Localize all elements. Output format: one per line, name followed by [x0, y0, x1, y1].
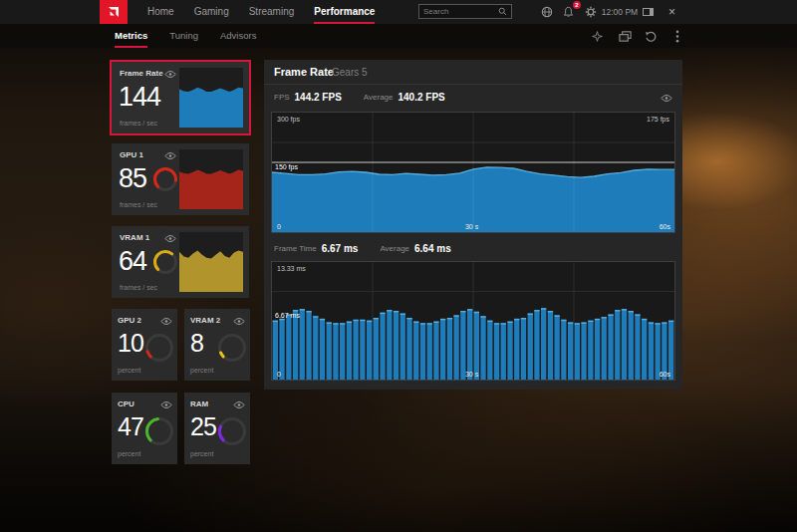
frametime-average-label: Average: [380, 237, 409, 261]
frametime-xmid-label: 30 s: [465, 371, 478, 378]
overlay-position-button[interactable]: [590, 29, 605, 44]
card-title: VRAM 1: [120, 233, 149, 242]
metric-card-ram[interactable]: RAM 25 percent: [184, 393, 250, 464]
gauge-chart: [153, 167, 177, 191]
more-options-button[interactable]: [669, 29, 684, 44]
game-selector[interactable]: Gears 5: [332, 60, 368, 85]
card-title: GPU 2: [118, 316, 141, 325]
eye-icon[interactable]: [159, 316, 172, 326]
frametime-average-value: 6.64 ms: [414, 237, 451, 261]
gauge-chart: [145, 417, 173, 445]
settings-button[interactable]: [582, 4, 599, 20]
adrenalin-window: Home Gaming Streaming Performance: [0, 0, 797, 532]
search-icon: [498, 7, 507, 16]
fps-average-value: 140.2 FPS: [398, 86, 444, 110]
panel-title: Frame Rate: [274, 60, 334, 85]
metrics-detail-panel: Frame Rate Gears 5 FPS 144.2 FPS Average…: [264, 60, 682, 390]
compass-star-icon: [591, 30, 604, 43]
overlapping-windows-icon: [619, 30, 632, 43]
metric-card-gpu1[interactable]: GPU 1 85 frames / sec: [112, 143, 249, 215]
card-title: GPU 1: [120, 150, 143, 159]
notification-badge: 2: [573, 1, 581, 9]
amd-logo-button[interactable]: [100, 0, 128, 24]
metric-card-gpu2[interactable]: GPU 2 10 percent: [112, 309, 177, 381]
frametime-chart: 13.33 ms 6.67 ms 0 30 s 60s: [271, 261, 675, 381]
eye-icon[interactable]: [163, 69, 176, 79]
fps-plot-area: [272, 113, 674, 232]
frametime-value: 6.67 ms: [322, 237, 359, 261]
globe-icon: [541, 6, 553, 18]
gauge-chart: [145, 334, 173, 362]
panel-header: Frame Rate Gears 5: [264, 60, 682, 85]
gauge-chart: [153, 250, 177, 274]
metric-card-vram1[interactable]: VRAM 1 64 frames / sec: [112, 226, 249, 298]
nav-home[interactable]: Home: [147, 0, 174, 24]
kebab-menu-icon: [675, 30, 679, 43]
metric-card-vram2[interactable]: VRAM 2 8 percent: [184, 309, 250, 381]
performance-subnav: Metrics Tuning Advisors: [0, 24, 797, 48]
tab-advisors[interactable]: Advisors: [220, 24, 256, 48]
fps-chart: 300 fps 175 fps 150 fps 0 30 s 60s: [271, 112, 675, 233]
frametime-current-label: 6.67 ms: [275, 312, 300, 319]
layout-toggle-button[interactable]: [640, 4, 657, 20]
card-value: 10: [118, 329, 143, 358]
fps-value: 144.2 FPS: [295, 86, 342, 110]
tab-tuning[interactable]: Tuning: [169, 24, 198, 48]
eye-icon[interactable]: [232, 399, 245, 409]
card-value: 64: [119, 246, 146, 277]
reset-history-icon: [645, 30, 658, 43]
fps-current-label: 150 fps: [275, 163, 298, 170]
close-button[interactable]: ×: [664, 4, 680, 20]
nav-performance[interactable]: Performance: [314, 0, 375, 24]
nav-gaming[interactable]: Gaming: [194, 0, 229, 24]
fps-ymax-label: 300 fps: [277, 116, 300, 123]
fps-refline-label: 175 fps: [647, 116, 669, 123]
card-title: RAM: [190, 399, 208, 408]
fps-xmid-label: 30 s: [465, 223, 478, 230]
fps-x0-label: 0: [277, 223, 281, 230]
gauge-chart: [218, 417, 246, 445]
fps-label: FPS: [274, 86, 290, 110]
notifications-button[interactable]: 2: [560, 4, 577, 20]
reset-button[interactable]: [644, 29, 659, 44]
frametime-plot-area: [272, 262, 674, 380]
fps-xend-label: 60s: [660, 223, 670, 230]
eye-icon[interactable]: [159, 399, 172, 409]
nav-streaming[interactable]: Streaming: [249, 0, 295, 24]
sparkline-chart: [179, 149, 243, 209]
search-input[interactable]: [423, 7, 498, 16]
metric-card-frame-rate[interactable]: Frame Rate 144 frames / sec: [112, 62, 249, 133]
eye-icon[interactable]: [660, 93, 672, 103]
metric-card-cpu[interactable]: CPU 47 percent: [112, 393, 177, 464]
frametime-x0-label: 0: [277, 371, 281, 378]
eye-icon[interactable]: [232, 316, 245, 326]
bell-icon: [563, 6, 574, 18]
titlebar: Home Gaming Streaming Performance: [0, 0, 797, 24]
search-box: [418, 4, 512, 19]
amd-arrow-icon: [106, 4, 122, 20]
frametime-ymax-label: 13.33 ms: [277, 265, 306, 272]
close-icon: ×: [668, 4, 675, 20]
card-unit: percent: [118, 450, 140, 457]
eye-icon[interactable]: [163, 233, 176, 243]
main-nav: Home Gaming Streaming Performance: [147, 0, 375, 24]
frametime-label: Frame Time: [274, 237, 317, 261]
card-unit: frames / sec: [120, 120, 157, 127]
fps-stats-row: FPS 144.2 FPS Average 140.2 FPS: [264, 86, 682, 110]
subnav-tabs: Metrics Tuning Advisors: [115, 24, 256, 48]
gauge-chart: [218, 334, 246, 362]
card-value: 144: [119, 82, 160, 113]
tab-metrics[interactable]: Metrics: [115, 24, 147, 48]
eye-icon[interactable]: [163, 150, 176, 160]
sparkline-chart: [179, 68, 243, 128]
frametime-stats-row: Frame Time 6.67 ms Average 6.64 ms: [264, 237, 682, 261]
card-value: 8: [190, 329, 203, 358]
card-title: VRAM 2: [190, 316, 220, 325]
card-unit: percent: [118, 367, 140, 374]
card-unit: frames / sec: [120, 284, 157, 291]
overlay-windows-button[interactable]: [618, 29, 633, 44]
web-browser-button[interactable]: [538, 4, 555, 20]
card-title: Frame Rate: [120, 69, 163, 78]
frametime-xend-label: 60s: [660, 371, 670, 378]
card-value: 47: [118, 412, 143, 441]
